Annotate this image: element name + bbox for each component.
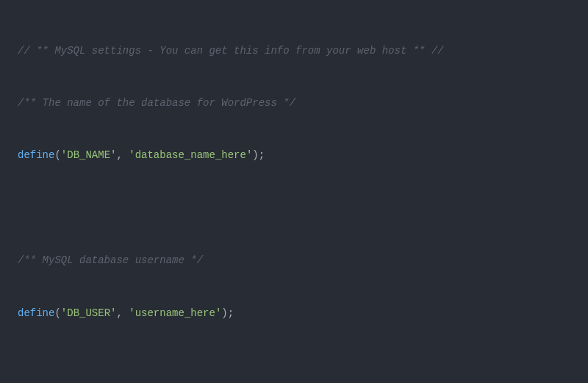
comma: , <box>116 307 129 319</box>
code-line: define('DB_USER', 'username_here'); <box>18 305 570 323</box>
code-line: /** The name of the database for WordPre… <box>18 95 570 112</box>
blank-line <box>18 200 570 218</box>
comment: // ** MySQL settings - You can get this … <box>18 45 444 57</box>
comma: , <box>116 149 129 161</box>
function-name: define <box>18 149 54 161</box>
paren-open: ( <box>54 149 60 161</box>
string-key: 'DB_USER' <box>61 307 117 319</box>
close-semi: ); <box>252 149 265 161</box>
paren-open: ( <box>54 307 60 319</box>
code-line: /** MySQL database username */ <box>18 252 570 270</box>
string-val: 'database_name_here' <box>129 149 252 161</box>
string-key: 'DB_NAME' <box>61 149 117 161</box>
comment: /** MySQL database username */ <box>18 254 203 266</box>
code-block: // ** MySQL settings - You can get this … <box>0 0 588 383</box>
code-line: define('DB_NAME', 'database_name_here'); <box>18 147 570 165</box>
function-name: define <box>18 307 54 319</box>
string-val: 'username_here' <box>129 307 221 319</box>
close-semi: ); <box>221 307 234 319</box>
comment: /** The name of the database for WordPre… <box>18 97 295 109</box>
code-line: // ** MySQL settings - You can get this … <box>18 43 570 60</box>
blank-line <box>18 357 570 375</box>
